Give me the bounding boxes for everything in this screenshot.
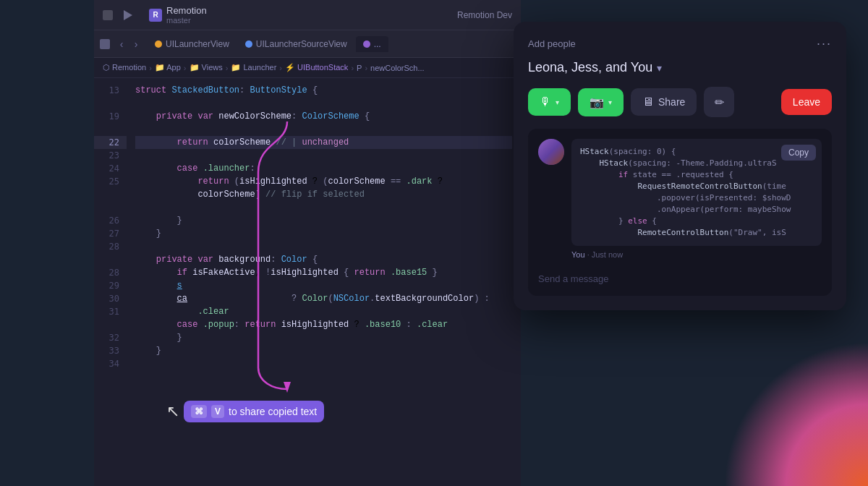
code-line-28a	[135, 240, 512, 253]
tab-uilaunchersourceview[interactable]: UILauncherSourceView	[238, 36, 354, 52]
participants-name: Leona, Jess, and You	[528, 60, 652, 75]
close-button[interactable]	[100, 39, 110, 49]
leave-label: Leave	[793, 96, 820, 108]
tab-icon-purple	[363, 40, 370, 48]
brand: R Remotion master	[149, 5, 207, 25]
brand-name: Remotion	[166, 5, 207, 16]
tab-bar: ‹ › UILauncherView UILauncherSourceView …	[94, 30, 521, 58]
remotion-dev-tab[interactable]: Remotion Dev	[457, 10, 512, 20]
background-gradient	[723, 341, 868, 486]
tab-icon-orange	[155, 40, 162, 48]
mic-button[interactable]: 🎙 ▾	[528, 88, 571, 116]
cursor-tooltip: ↖ ⌘ V to share copied text	[166, 401, 324, 422]
play-icon	[124, 10, 132, 20]
code-line-13: struct StackedButton: ButtonStyle {	[135, 84, 512, 97]
code-line-25: return (isHighlighted ? (colorScheme == …	[135, 175, 512, 188]
add-people-label: Add people	[528, 38, 576, 49]
more-button[interactable]: ···	[817, 36, 832, 51]
code-snippet-line-7: } else {	[580, 216, 813, 227]
chat-bubble: Copy HStack(spacing: 0) { HStack(spacing…	[571, 139, 822, 259]
message-input[interactable]	[538, 268, 822, 286]
chat-area: Copy HStack(spacing: 0) { HStack(spacing…	[528, 129, 832, 296]
v-key: V	[211, 405, 224, 418]
code-line-28b: private var background: Color {	[135, 253, 512, 266]
video-chevron-icon: ▾	[608, 98, 612, 106]
participants-row: Leona, Jess, and You ▾	[528, 60, 832, 75]
breadcrumb: ⬡ Remotion › 📁 App › 📁 Views › 📁 Launche…	[94, 58, 521, 78]
code-snippet-line-2: HStack(spacing: -Theme.Padding.ultraS	[580, 158, 813, 169]
code-snippet-line-6: .onAppear(perform: maybeShow	[580, 204, 813, 216]
play-button[interactable]	[122, 9, 135, 22]
share-label: Share	[658, 96, 685, 108]
call-controls: 🎙 ▾ 📷 ▾ 🖥 Share ✏ Leave	[528, 87, 832, 117]
code-line-27: }	[135, 227, 512, 240]
cursor-icon: ↖	[166, 404, 179, 419]
code-snippet-line-8: RemoteControlButton("Draw", isS	[580, 227, 813, 239]
code-content: struct StackedButton: ButtonStyle { priv…	[127, 78, 521, 486]
code-line-19: private var newColorScheme: ColorScheme …	[135, 110, 512, 123]
code-line-31: ca ? Color(NSColor.textBackgroundColor) …	[135, 292, 512, 305]
avatar-image	[538, 139, 564, 165]
cmd-key: ⌘	[191, 405, 207, 418]
ide-toolbar: R Remotion master Remotion Dev	[94, 0, 521, 30]
code-line-29: if isFakeActive, !isHighlighted { return…	[135, 266, 512, 279]
chat-meta: You · Just now	[571, 250, 822, 259]
code-snippet-line-4: RequestRemoteControlButton(time	[580, 181, 813, 192]
code-line-26: }	[135, 214, 512, 227]
forward-button[interactable]: ›	[130, 38, 142, 50]
video-icon: 📷	[590, 95, 604, 109]
code-line-30: s	[135, 279, 512, 292]
line-numbers: 13 19 22 23 24 25 26 27 28 28 29 30 31 3…	[94, 78, 127, 486]
pencil-icon: ✏	[715, 95, 724, 109]
stop-button[interactable]	[103, 10, 113, 20]
code-line-34: }	[135, 344, 512, 357]
code-line-empty2	[135, 123, 512, 136]
code-snippet-line-1: HStack(spacing: 0) {	[580, 146, 813, 158]
code-line-empty1	[135, 97, 512, 110]
video-button[interactable]: 📷 ▾	[578, 88, 624, 116]
tab-active[interactable]: ...	[356, 36, 388, 52]
share-button[interactable]: 🖥 Share	[631, 88, 697, 116]
call-panel: Add people ··· Leona, Jess, and You ▾ 🎙 …	[514, 22, 846, 310]
code-line-32: case .popup: return isHighlighted ? .bas…	[135, 318, 512, 331]
chat-sender: You	[571, 250, 585, 259]
copy-button[interactable]: Copy	[781, 145, 816, 161]
back-button[interactable]: ‹	[116, 38, 127, 50]
chevron-down-icon[interactable]: ▾	[657, 62, 662, 74]
code-line-22: return colorScheme // | unchanged	[135, 136, 512, 149]
call-header: Add people ···	[528, 36, 832, 51]
pencil-button[interactable]: ✏	[704, 87, 734, 117]
code-snippet-line-5: .popover(isPresented: $showD	[580, 192, 813, 204]
tooltip-text: to share copied text	[229, 406, 317, 417]
code-block: Copy HStack(spacing: 0) { HStack(spacing…	[571, 139, 822, 246]
mic-icon: 🎙	[540, 95, 551, 108]
screen-share-icon: 🖥	[642, 95, 654, 108]
code-line-24: case .launcher:	[135, 162, 512, 175]
code-line-25b: colorScheme) // flip if selected	[135, 188, 512, 201]
brand-logo: R	[149, 9, 162, 22]
code-line-31b: .clear	[135, 305, 512, 318]
code-snippet-line-3: if state == .requested {	[580, 169, 813, 181]
code-line-23	[135, 149, 512, 162]
avatar	[538, 139, 564, 165]
tab-uilauncherview[interactable]: UILauncherView	[148, 36, 237, 52]
chat-timestamp: Just now	[592, 250, 623, 259]
mic-chevron-icon: ▾	[556, 98, 559, 106]
svg-marker-0	[284, 382, 291, 393]
brand-branch: master	[166, 16, 207, 25]
shortcut-badge: ⌘ V to share copied text	[184, 401, 324, 422]
tab-icon-blue	[245, 40, 252, 48]
code-editor: 13 19 22 23 24 25 26 27 28 28 29 30 31 3…	[94, 78, 521, 486]
code-line-33: }	[135, 331, 512, 344]
tab-controls: ‹ ›	[116, 38, 142, 50]
leave-button[interactable]: Leave	[781, 89, 832, 115]
code-line-empty3	[135, 201, 512, 214]
chat-message: Copy HStack(spacing: 0) { HStack(spacing…	[538, 139, 822, 259]
